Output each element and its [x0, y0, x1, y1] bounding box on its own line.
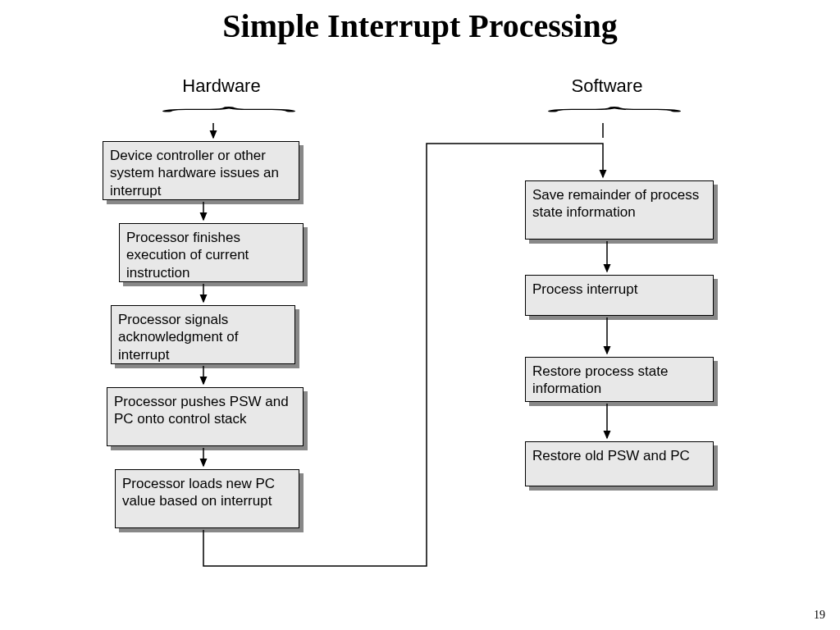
hardware-step: Device controller or other system hardwa… [103, 141, 299, 200]
page-title: Simple Interrupt Processing [0, 7, 840, 45]
hardware-column-header: Hardware [139, 75, 304, 97]
brace-icon: ⏞ [548, 112, 679, 126]
hardware-step: Processor loads new PC value based on in… [115, 469, 299, 528]
software-step: Save remainder of process state informat… [525, 180, 714, 240]
software-step: Restore old PSW and PC [525, 441, 714, 486]
software-step: Restore process state information [525, 357, 714, 402]
hardware-step: Processor signals acknowledgment of inte… [111, 305, 295, 364]
hardware-step: Processor pushes PSW and PC onto control… [107, 387, 304, 446]
software-step: Process interrupt [525, 275, 714, 316]
page-number: 19 [814, 609, 825, 622]
software-column-header: Software [525, 75, 689, 97]
brace-icon: ⏞ [162, 112, 294, 126]
hardware-step: Processor finishes execution of current … [119, 223, 304, 282]
